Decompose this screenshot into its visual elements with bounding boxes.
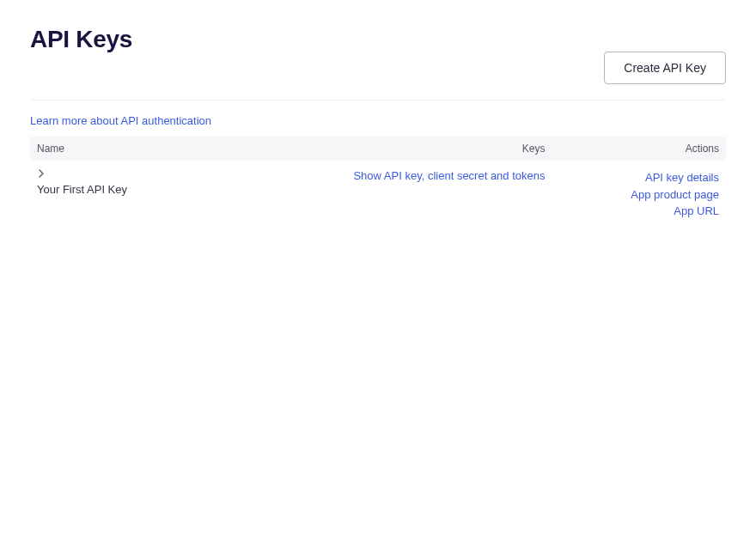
chevron-right-icon[interactable] [37,169,46,178]
show-api-key-link[interactable]: Show API key, client secret and tokens [353,169,545,182]
api-key-name: Your First API Key [37,183,302,196]
learn-more-link[interactable]: Learn more about API authentication [30,114,211,127]
column-name: Name [30,137,308,161]
column-actions: Actions [552,137,727,161]
api-keys-table: Name Keys Actions Your First API Key Sho… [30,137,726,228]
table-row: Your First API Key Show API key, client … [30,161,726,228]
app-product-page-link[interactable]: App product page [559,186,720,204]
app-url-link[interactable]: App URL [559,203,720,220]
api-key-details-link[interactable]: API key details [559,169,720,186]
column-keys: Keys [308,137,552,161]
table-header-row: Name Keys Actions [30,137,726,161]
create-api-key-button[interactable]: Create API Key [604,52,726,84]
page-title: API Keys [30,26,132,53]
